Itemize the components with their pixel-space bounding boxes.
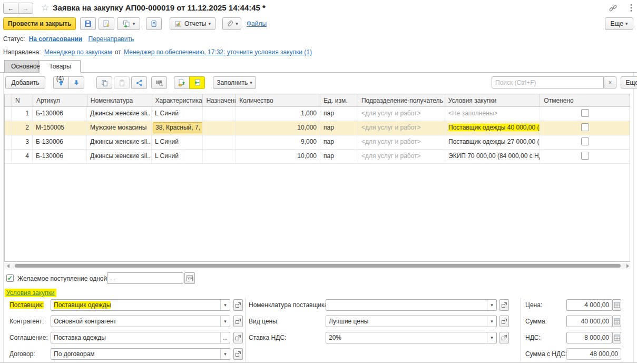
supplier-open-button[interactable] [233, 299, 243, 311]
cell-terms[interactable]: Поставщик одежды 27 000,00 (32 ... [445, 135, 540, 149]
share-discuss-button[interactable] [131, 76, 147, 89]
create-based-on-button[interactable]: ▾ [117, 17, 140, 30]
cancelled-checkbox[interactable] [581, 137, 589, 145]
cell-article[interactable]: Б-130006 [33, 107, 87, 121]
cell-n[interactable]: 4 [12, 150, 33, 163]
dropdown-icon[interactable]: ▾ [220, 316, 230, 327]
table-row[interactable]: 3 Б-130006 Джинсы женские sli... L Синий… [4, 135, 630, 150]
cell-purpose[interactable] [203, 150, 236, 163]
status-value-link[interactable]: На согласовании [29, 35, 83, 43]
supply-fill-button[interactable] [174, 76, 190, 89]
document-register-button[interactable] [146, 17, 162, 30]
cell-nomenclature[interactable]: Джинсы женские sli... [87, 135, 152, 149]
scroll-left-icon[interactable] [7, 264, 9, 268]
supply-cancel-button[interactable] [189, 76, 205, 89]
cell-quantity[interactable]: 10,000 [236, 121, 320, 135]
column-characteristic[interactable]: Характеристика [152, 94, 203, 106]
cell-characteristic[interactable]: L Синий [152, 150, 203, 163]
cell-terms[interactable]: <Не заполнены> [445, 107, 540, 121]
cell-article[interactable]: М-150005 [33, 121, 87, 135]
cell-quantity[interactable]: 1,000 [236, 107, 320, 121]
column-department[interactable]: Подразделение-получатель [358, 94, 445, 106]
cell-unit[interactable]: пар [320, 150, 358, 163]
scrollbar-thumb[interactable] [15, 264, 621, 268]
vat-rate-open-button[interactable] [499, 332, 509, 343]
back-button[interactable]: ← [3, 3, 18, 14]
desired-date-input[interactable]: . . [107, 272, 183, 284]
column-quantity[interactable]: Количество [236, 94, 320, 106]
cell-cancelled[interactable] [540, 121, 630, 135]
cell-article[interactable]: Б-130006 [33, 150, 87, 163]
reports-button[interactable]: Отчеты ▾ [170, 17, 215, 30]
price-field[interactable]: 4 000,00 [566, 299, 612, 311]
dropdown-icon[interactable]: ▾ [487, 300, 496, 310]
cell-unit[interactable]: пар [320, 121, 358, 135]
vat-rate-field[interactable]: 20% ▾ [326, 332, 497, 343]
cell-nomenclature[interactable]: Джинсы женские sli... [87, 150, 152, 163]
search-input[interactable] [492, 76, 604, 88]
column-nomenclature[interactable]: Номенклатура [87, 94, 152, 106]
post-document-button[interactable] [99, 17, 114, 30]
supplier-nomenclature-open-button[interactable] [499, 299, 509, 311]
column-n[interactable]: N [12, 94, 33, 106]
redirect-link[interactable]: Перенаправить [89, 35, 134, 43]
files-link[interactable]: Файлы [247, 20, 267, 27]
cell-unit[interactable]: пар [320, 135, 358, 149]
cell-cancelled[interactable] [540, 135, 630, 149]
more-button[interactable]: Еще ▾ [605, 17, 633, 30]
cancelled-checkbox[interactable] [581, 152, 589, 160]
cell-characteristic[interactable]: L Синий [152, 107, 203, 121]
counterparty-field[interactable]: Основной контрагент ▾ [51, 316, 230, 327]
cell-department[interactable]: <для услуг и работ> [358, 107, 445, 121]
copy-row-button[interactable] [96, 76, 112, 89]
add-row-button[interactable]: Добавить [5, 76, 45, 89]
cell-nomenclature[interactable]: Джинсы женские sli... [87, 107, 152, 121]
agreement-field[interactable]: Поставка одежды ... [51, 332, 230, 343]
routed-from-link[interactable]: Менеджер по обеспечению, 17:32: уточните… [124, 48, 312, 56]
column-terms[interactable]: Условия закупки [445, 94, 540, 106]
cell-n[interactable]: 3 [12, 135, 33, 149]
price-calc-button[interactable] [612, 299, 621, 311]
move-down-button[interactable] [68, 76, 84, 89]
cell-n[interactable]: 2 [12, 121, 33, 135]
cell-quantity[interactable]: 10,000 [236, 150, 320, 163]
agreement-open-button[interactable] [233, 332, 243, 343]
cell-quantity[interactable]: 9,000 [236, 135, 320, 149]
table-row[interactable]: 1 Б-130006 Джинсы женские sli... L Синий… [4, 107, 630, 121]
tab-goods[interactable]: Товары (4) [40, 60, 81, 73]
dropdown-icon[interactable]: ▾ [487, 332, 496, 343]
attachments-button[interactable]: ▾ [222, 17, 241, 30]
kebab-menu-icon[interactable] [630, 4, 632, 12]
column-article[interactable]: Артикул [33, 94, 87, 106]
dropdown-icon[interactable]: ▾ [220, 300, 230, 310]
contract-open-button[interactable] [233, 348, 243, 360]
supplier-field[interactable]: Поставщик одежды ▾ [51, 299, 230, 311]
fill-button[interactable]: Заполнить ▾ [213, 76, 256, 89]
cell-purpose[interactable] [203, 135, 236, 149]
routed-to-link[interactable]: Менеджер по закупкам [44, 48, 112, 56]
amount-calc-button[interactable] [612, 316, 621, 327]
scroll-right-icon[interactable] [626, 264, 629, 268]
cell-n[interactable]: 1 [12, 107, 33, 121]
cell-purpose[interactable] [203, 121, 236, 135]
tab-main[interactable]: Основное [4, 60, 39, 72]
vat-calc-button[interactable] [612, 332, 621, 343]
cell-article[interactable]: Б-130006 [33, 135, 87, 149]
cell-department[interactable]: <для услуг и работ> [358, 150, 445, 163]
supplier-nomenclature-field[interactable]: ▾ [326, 299, 497, 311]
counterparty-open-button[interactable] [233, 316, 243, 327]
price-type-field[interactable]: Лучшие цены ▾ [326, 316, 497, 327]
post-and-close-button[interactable]: Провести и закрыть [3, 17, 76, 30]
cell-cancelled[interactable] [540, 107, 630, 121]
link-icon[interactable] [609, 4, 618, 13]
horizontal-scrollbar[interactable] [4, 263, 630, 269]
barcode-scan-button[interactable] [151, 76, 167, 89]
cancelled-checkbox[interactable] [581, 109, 589, 117]
desired-date-checkbox[interactable]: ✓ [6, 274, 14, 282]
cell-characteristic[interactable]: L Синий [152, 135, 203, 149]
cell-characteristic[interactable]: 38, Красный, 7, ... [152, 121, 203, 135]
dropdown-icon[interactable]: ▾ [487, 316, 496, 327]
forward-button[interactable]: → [18, 3, 33, 14]
terms-group-link[interactable]: Условия закупки [6, 289, 55, 297]
table-more-button[interactable]: Еще ▾ [621, 76, 637, 88]
